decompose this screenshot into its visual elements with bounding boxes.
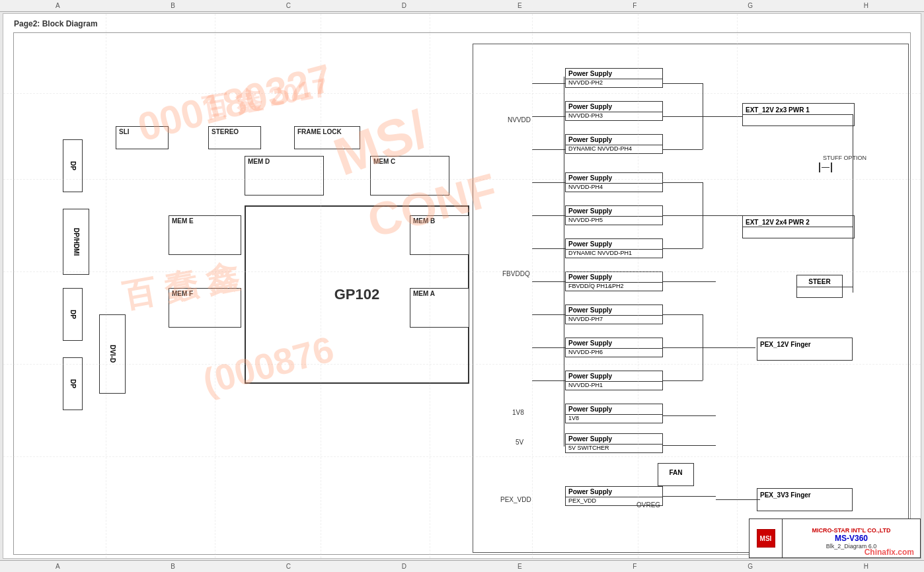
ps7-title: Power Supply	[566, 272, 662, 282]
ps3-box: Power Supply DYNAMIC NVVDD-PH4	[565, 134, 663, 154]
col-f-bottom: F	[633, 563, 636, 570]
pex3v3-finger-label: PEX_3V3 Finger	[757, 489, 852, 501]
ps10-title: Power Supply	[566, 371, 662, 381]
grid-col-a	[106, 14, 106, 558]
ps1-sub: NVVDD-PH2	[566, 79, 662, 87]
stereo-label: STEREO	[209, 127, 260, 137]
col-c: C	[286, 2, 291, 9]
pex3v3-line	[716, 499, 757, 500]
mem-b-label: MEM B	[410, 216, 469, 226]
gp102-label: GP102	[334, 286, 380, 303]
nvvdd-line7	[532, 314, 565, 315]
col-h-bottom: H	[864, 563, 868, 570]
ps8-right-line	[663, 314, 703, 315]
nvvdd-line2	[532, 116, 565, 117]
ps1-box: Power Supply NVVDD-PH2	[565, 68, 663, 88]
ps12-box: Power Supply 5V SWITCHER	[565, 433, 663, 453]
nvvdd-line5	[532, 215, 565, 216]
dvid-box: DVI-D	[99, 314, 126, 394]
steer-line	[796, 287, 853, 287]
stuff-option-label: STUFF OPTION	[823, 155, 866, 161]
dphdmi-box: DP/HDMI	[63, 209, 89, 275]
mem-b-box: MEM B	[410, 215, 469, 255]
mem-f-box: MEM F	[169, 288, 241, 328]
company-logo: MSI	[750, 519, 783, 557]
ps9-right-line	[663, 347, 703, 348]
pex-finger-label: PEX_12V Finger	[757, 338, 852, 351]
schematic-area: Page2: Block Diagram 000180327 MS/ CONF …	[3, 13, 921, 559]
col-c-bottom: C	[286, 563, 291, 570]
dp3-box: DP	[63, 357, 83, 410]
sli-label: SLI	[116, 127, 168, 137]
col-f: F	[633, 2, 636, 9]
mem-e-box: MEM E	[169, 215, 241, 255]
ps13-right-line	[663, 496, 716, 497]
col-e-bottom: E	[518, 563, 522, 570]
pex3v3-finger-box: PEX_3V3 Finger	[757, 488, 853, 511]
framelock-label: FRAME LOCK	[295, 127, 360, 137]
ps3-right-line	[663, 149, 703, 150]
ps6-right-line	[663, 248, 703, 249]
grid-row-1	[3, 93, 921, 94]
bottom-ruler: A B C D E F G H	[0, 560, 924, 572]
col-g-bottom: G	[748, 563, 753, 570]
ps4-title: Power Supply	[566, 173, 662, 183]
ps4-right-line	[663, 182, 703, 183]
mem-d-label: MEM D	[245, 157, 323, 166]
grid-col-d	[430, 14, 430, 558]
col-a-bottom: A	[56, 563, 60, 570]
fan-label: FAN	[658, 464, 693, 482]
grid-col-e	[532, 14, 533, 558]
pex3v3-connect	[757, 499, 760, 500]
mem-a-box: MEM A	[410, 288, 469, 328]
ps9-sub: NVVDD-PH6	[566, 348, 662, 357]
sli-box: SLI	[116, 126, 169, 149]
mem-a-label: MEM A	[410, 289, 469, 299]
ps7-sub: FBVDD/Q PH1&PH2	[566, 282, 662, 291]
nvvdd-line1	[532, 83, 565, 84]
ps11-title: Power Supply	[566, 404, 662, 414]
ps12-right-line	[663, 445, 716, 446]
company-name: MICRO-STAR INT'L CO.,LTD	[785, 527, 917, 534]
ps6-sub: DYNAMIC NVVDD-PH1	[566, 249, 662, 258]
col-d: D	[402, 2, 406, 9]
ps8-box: Power Supply NVVDD-PH7	[565, 304, 663, 324]
nvvdd-line8	[532, 347, 565, 348]
group3-hline	[703, 347, 755, 348]
ps6-box: Power Supply DYNAMIC NVVDD-PH1	[565, 238, 663, 258]
ps9-box: Power Supply NVVDD-PH6	[565, 338, 663, 357]
page-label: Blk_2_Diagram	[826, 543, 867, 550]
mem-e-label: MEM E	[169, 216, 241, 226]
grid-col-b	[215, 14, 215, 558]
mem-c-box: MEM C	[370, 156, 449, 196]
nvvdd-bus-line	[564, 77, 564, 447]
v1v8-label: 1V8	[512, 409, 524, 416]
dp2-box: DP	[63, 288, 83, 341]
col-b-bottom: B	[171, 563, 175, 570]
ps2-sub: NVVDD-PH3	[566, 112, 662, 120]
ovreg-label: OVREG	[636, 501, 660, 509]
pex-finger-box: PEX_12V Finger	[757, 338, 853, 361]
ps5-box: Power Supply NVVDD-PH5	[565, 205, 663, 225]
group2-hline	[703, 215, 742, 216]
nvvdd-line9	[532, 380, 565, 381]
stuff-option-symbol	[819, 162, 832, 172]
framelock-box: FRAME LOCK	[294, 126, 360, 149]
mem-d-box: MEM D	[245, 156, 324, 196]
nvvdd-line3	[532, 149, 565, 150]
dp1-box: DP	[63, 139, 83, 192]
nvvdd-label: NVVDD	[508, 116, 531, 124]
col-d-bottom: D	[402, 563, 406, 570]
pex-vdd-label: PEX_VDD	[500, 496, 531, 503]
ps2-right-line	[663, 116, 703, 117]
ps7-right-line	[663, 281, 716, 282]
ps5-title: Power Supply	[566, 206, 662, 216]
fan-box: FAN	[658, 463, 694, 486]
col-e: E	[518, 2, 522, 9]
stereo-box: STEREO	[208, 126, 261, 149]
ps11-right-line	[663, 415, 716, 416]
ps11-box: Power Supply 1V8	[565, 404, 663, 423]
right-vline-2	[853, 227, 853, 293]
fbvddq-line	[532, 281, 565, 282]
col-b: B	[171, 2, 175, 9]
